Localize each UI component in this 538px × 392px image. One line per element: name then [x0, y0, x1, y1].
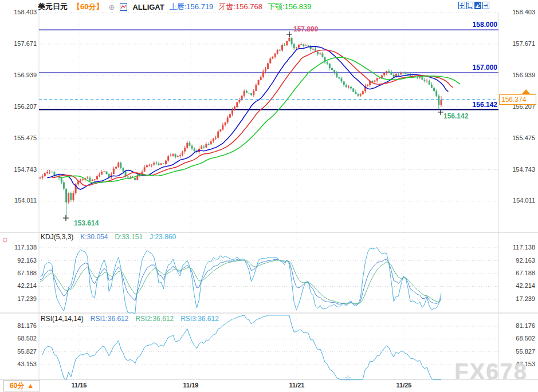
kdj-axis-tick-right: 42.214: [501, 282, 535, 289]
hline-price-label: 157.000: [451, 64, 497, 72]
go-latest-tool-icon[interactable]: [482, 2, 489, 9]
chart-canvas[interactable]: [0, 0, 538, 392]
price-up-marker-icon: [522, 89, 530, 94]
watermark: FX678: [454, 359, 528, 385]
kdj-d-value: D:33.151: [115, 233, 143, 241]
kdj-k-value: K:30.054: [80, 233, 108, 241]
time-axis-date: 11/19: [178, 382, 203, 389]
collapse-up-icon: ▲: [27, 382, 34, 390]
kdj-axis-tick-left: 17.239: [6, 295, 37, 302]
price-annotation: 157.890: [293, 25, 318, 33]
indicator-settings-icon[interactable]: ☼: [1, 234, 9, 244]
kdj-title: KDJ(5,3,3): [41, 233, 73, 241]
axis-range-tool-icon[interactable]: [466, 2, 473, 9]
time-axis-date: 11/25: [391, 382, 417, 389]
hline-price-label: 158.000: [451, 21, 497, 29]
price-axis-tick-left: 155.475: [6, 134, 37, 141]
kdj-j-value: J:23.860: [150, 233, 176, 241]
alligator-jaw-value: 下颚:156.839: [268, 2, 312, 12]
price-annotation: 156.142: [443, 112, 468, 120]
alligator-lips-value: 上唇:156.719: [170, 2, 214, 12]
price-axis-tick-right: 154.011: [501, 197, 535, 204]
kdj-axis-tick-right: 117.138: [501, 244, 535, 251]
price-axis-tick-left: 156.939: [6, 72, 37, 78]
rsi2-value: RSI2:36.612: [135, 315, 174, 323]
last-price-value: 156.374: [501, 96, 526, 104]
rsi-title: RSI(14,14,14): [41, 315, 84, 323]
kdj-axis-tick-left: 117.138: [6, 244, 37, 251]
chart-toolbar: [458, 2, 489, 9]
price-axis-tick-right: 155.475: [501, 134, 535, 141]
symbol-title: 美元日元: [38, 2, 68, 12]
price-axis-tick-right: 156.939: [501, 72, 535, 78]
rsi-axis-tick-left: 81.176: [6, 322, 37, 329]
price-axis-tick-right: 154.743: [501, 166, 535, 173]
price-axis-tick-left: 154.011: [6, 197, 37, 204]
rsi3-value: RSI3:36.612: [180, 315, 219, 323]
price-axis-tick-left: 156.207: [6, 103, 37, 110]
kdj-axis-tick-right: 17.239: [501, 295, 535, 302]
indicator-name: ALLIGAT: [132, 3, 164, 11]
time-axis-date: 11/15: [66, 382, 92, 389]
move-tool-icon[interactable]: [458, 2, 465, 9]
period-selector[interactable]: 60分 ▲: [3, 380, 40, 391]
alligator-teeth-value: 牙齿:156.768: [218, 2, 262, 12]
price-axis-tick-left: 157.671: [6, 40, 37, 47]
rsi1-value: RSI1:36.612: [91, 315, 129, 323]
period-label: 【60分】: [73, 2, 103, 12]
kdj-axis-tick-left: 67.188: [6, 270, 37, 276]
indicator-chart-icon: [120, 3, 127, 11]
bookmark-star-icon[interactable]: ☆: [344, 374, 351, 382]
price-axis-tick-left: 158.403: [6, 9, 37, 15]
time-axis-date: 11/21: [284, 382, 309, 389]
kdj-axis-tick-left: 42.214: [6, 282, 37, 289]
kdj-axis-tick-left: 92.163: [6, 257, 37, 264]
add-indicator-icon[interactable]: ⊕: [108, 3, 115, 11]
rsi-axis-tick-left: 68.502: [6, 335, 37, 342]
rsi-axis-tick-left: 55.827: [6, 348, 37, 355]
kdj-panel-header: KDJ(5,3,3) K:30.054 D:33.151 J:23.860: [41, 233, 176, 241]
rsi-axis-tick-left: 43.153: [6, 361, 37, 367]
price-annotation: 153.614: [74, 219, 99, 227]
price-axis-tick-right: 158.403: [501, 9, 535, 15]
price-axis-tick-right: 157.671: [501, 40, 535, 47]
hline-price-label: 156.142: [451, 101, 497, 109]
rsi-axis-tick-right: 68.502: [501, 335, 535, 342]
rsi-panel-header: RSI(14,14,14) RSI1:36.612 RSI2:36.612 RS…: [41, 315, 219, 323]
rsi-axis-tick-right: 81.176: [501, 322, 535, 329]
chart-header: 美元日元 【60分】 ⊕ ALLIGAT 上唇:156.719 牙齿:156.7…: [38, 2, 312, 12]
price-axis-tick-left: 154.743: [6, 166, 37, 173]
auto-scale-tool-icon[interactable]: [474, 2, 481, 9]
last-price-box: 156.374: [499, 94, 536, 105]
kdj-axis-tick-right: 67.188: [501, 270, 535, 276]
kdj-axis-tick-right: 92.163: [501, 257, 535, 264]
rsi-axis-tick-right: 55.827: [501, 348, 535, 355]
trading-chart-app: 美元日元 【60分】 ⊕ ALLIGAT 上唇:156.719 牙齿:156.7…: [0, 0, 538, 392]
period-selector-label: 60分: [10, 381, 24, 391]
